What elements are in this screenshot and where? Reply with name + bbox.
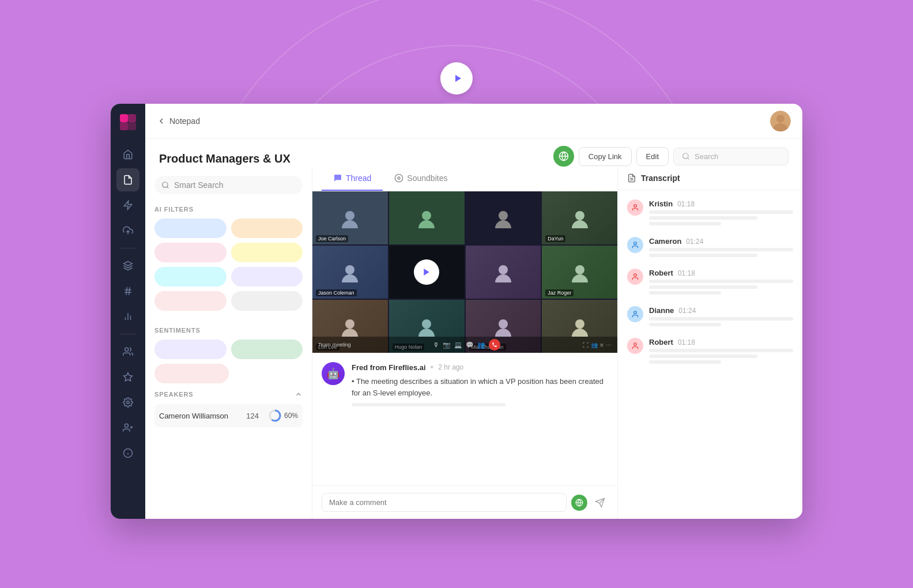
sidebar — [111, 104, 145, 519]
transcript-info-robert-1: Robert 01:18 — [649, 269, 793, 297]
transcript-avatar-dianne — [627, 306, 643, 322]
speaker-count: 124 — [246, 412, 259, 420]
video-cell-center — [389, 246, 465, 299]
transcript-header: Transcript — [618, 167, 802, 190]
ai-filter-4[interactable] — [231, 243, 303, 262]
svg-point-35 — [345, 211, 354, 220]
transcript-icon — [627, 174, 636, 183]
ai-filter-5[interactable] — [154, 267, 227, 287]
transcript-name-cameron: Cameron — [649, 237, 681, 246]
thread-feed: 🤖 Fred from Fireflies.ai • 2 hr ago • Th… — [312, 353, 617, 485]
dots-icon[interactable]: ⋯ — [606, 342, 612, 348]
ai-filter-7[interactable] — [154, 291, 227, 311]
back-navigation[interactable]: Notepad — [157, 116, 200, 126]
people-icon[interactable]: 👥 — [591, 342, 598, 348]
sidebar-item-settings[interactable] — [116, 391, 139, 414]
svg-point-24 — [776, 115, 784, 123]
post-bullet: The meeting describes a situation in whi… — [352, 377, 603, 397]
sentiment-2[interactable] — [231, 340, 303, 359]
sidebar-item-document[interactable] — [116, 168, 139, 191]
mic-control[interactable]: 🎙 — [433, 341, 439, 348]
content-body: Smart Search AI FILTERS SENTIMENTS — [145, 167, 802, 519]
ai-filter-2[interactable] — [231, 218, 303, 238]
svg-point-29 — [163, 182, 168, 187]
ai-filter-3[interactable] — [154, 243, 227, 262]
transcript-entry-kristin: Kristin 01:18 — [627, 199, 793, 228]
ai-filter-8[interactable] — [231, 291, 303, 311]
bot-post: 🤖 Fred from Fireflies.ai • 2 hr ago • Th… — [322, 362, 608, 406]
svg-point-56 — [634, 343, 637, 346]
speaker-name: Cameron Williamson — [159, 412, 242, 420]
video-cell-8-name: Jaz Roger — [545, 289, 574, 296]
speakers-collapse-icon[interactable] — [295, 390, 303, 398]
tab-thread[interactable]: Thread — [322, 167, 383, 191]
svg-marker-6 — [124, 262, 133, 266]
transcript-name-dianne: Dianne — [649, 306, 674, 315]
video-play-button[interactable] — [414, 259, 439, 285]
sidebar-item-people[interactable] — [116, 340, 139, 363]
transcript-time-kristin: 01:18 — [677, 200, 695, 208]
edit-button[interactable]: Edit — [636, 147, 669, 166]
globe-button[interactable] — [553, 146, 574, 167]
title-actions: Copy Link Edit Search — [553, 146, 788, 167]
svg-point-42 — [345, 319, 354, 329]
svg-point-27 — [683, 153, 688, 159]
header-right — [770, 111, 791, 131]
speaker-row: Cameron Williamson 124 60% — [154, 404, 303, 427]
header-search[interactable]: Search — [673, 148, 788, 165]
comment-input[interactable] — [322, 493, 567, 512]
app-window: Notepad Product Managers & UX — [111, 104, 802, 519]
sidebar-item-home[interactable] — [116, 143, 139, 166]
sidebar-item-lightning[interactable] — [116, 194, 139, 217]
sidebar-divider-1 — [119, 248, 137, 248]
speakers-section: SPEAKERS Cameron Williamson 124 — [154, 390, 303, 427]
end-call-control[interactable] — [489, 339, 500, 350]
ai-filter-1[interactable] — [154, 218, 227, 238]
menu-icon[interactable]: ≡ — [600, 342, 603, 348]
smart-search-bar[interactable]: Smart Search — [154, 176, 303, 194]
sidebar-item-info[interactable] — [116, 442, 139, 465]
comment-globe-button[interactable] — [571, 495, 587, 511]
transcript-info-cameron: Cameron 01:24 — [649, 237, 793, 259]
user-avatar[interactable] — [770, 111, 791, 131]
svg-point-17 — [124, 424, 128, 427]
ai-filters-grid — [154, 218, 303, 311]
video-area: Joe Carlson — [312, 191, 617, 353]
sidebar-item-chart[interactable] — [116, 305, 139, 328]
expand-icon[interactable]: ⛶ — [583, 342, 588, 348]
tabs: Thread Soundbites — [312, 167, 617, 191]
svg-point-45 — [575, 319, 584, 329]
video-cell-4: DaYun — [542, 191, 617, 244]
transcript-avatar-kristin — [627, 199, 643, 216]
ai-filter-6[interactable] — [231, 267, 303, 287]
transcript-name-time-dianne: Dianne 01:24 — [649, 306, 793, 315]
sidebar-item-star[interactable] — [116, 365, 139, 389]
comment-send-button[interactable] — [592, 495, 608, 511]
sidebar-item-upload[interactable] — [116, 219, 139, 242]
sidebar-item-layers[interactable] — [116, 254, 139, 277]
sentiments-grid — [154, 340, 303, 359]
tab-soundbites[interactable]: Soundbites — [383, 167, 459, 191]
app-logo[interactable] — [119, 113, 137, 131]
svg-rect-2 — [120, 122, 128, 130]
sentiments-section: SENTIMENTS — [154, 325, 303, 383]
svg-point-39 — [345, 265, 354, 274]
post-content: Fred from Fireflies.ai • 2 hr ago • The … — [352, 362, 608, 406]
sentiment-3[interactable] — [154, 364, 229, 383]
copy-link-button[interactable]: Copy Link — [579, 147, 632, 166]
speaker-progress: 60% — [268, 409, 298, 423]
sidebar-item-add-user[interactable] — [116, 416, 139, 439]
transcript-info-kristin: Kristin 01:18 — [649, 199, 793, 228]
sidebar-item-hash[interactable] — [116, 280, 139, 303]
camera-control[interactable]: 📷 — [443, 341, 451, 349]
chat-control[interactable]: 💬 — [466, 341, 474, 349]
participants-control[interactable]: 👥 — [477, 341, 485, 349]
screen-share-control[interactable]: 💻 — [454, 341, 462, 349]
transcript-entry-robert-2: Robert 01:18 — [627, 338, 793, 366]
transcript-name-time-robert-1: Robert 01:18 — [649, 269, 793, 277]
top-play-button[interactable] — [440, 62, 473, 95]
left-panel: Smart Search AI FILTERS SENTIMENTS — [145, 167, 312, 519]
sentiment-1[interactable] — [154, 340, 227, 359]
transcript-info-dianne: Dianne 01:24 — [649, 306, 793, 329]
speakers-header: SPEAKERS — [154, 390, 303, 398]
